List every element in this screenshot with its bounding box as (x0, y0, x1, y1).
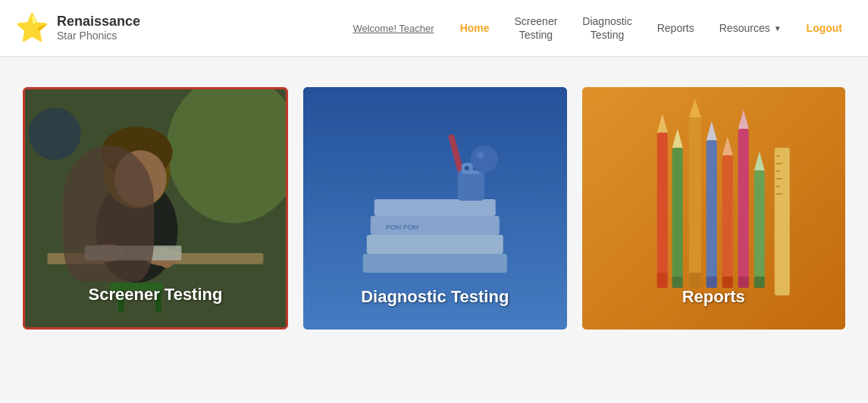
nav-home[interactable]: Home (450, 15, 500, 41)
svg-point-8 (89, 244, 126, 262)
logo-bottom: Star Phonics (57, 30, 140, 42)
card-diagnostic-testing[interactable]: POM POM Diagnostic Testing (303, 87, 567, 330)
cards-container: Screener Testing (23, 87, 845, 330)
logo-text: Renaissance Star Phonics (57, 14, 140, 42)
card-screener-testing[interactable]: Screener Testing (23, 87, 288, 330)
card-diagnostic-label: Diagnostic Testing (303, 287, 567, 307)
card-screener-label: Screener Testing (25, 285, 286, 305)
nav-reports[interactable]: Reports (647, 15, 705, 41)
header: ⭐ Renaissance Star Phonics Welcome! Teac… (0, 0, 868, 57)
main-content: Screener Testing (0, 57, 868, 360)
nav-diagnostic-testing[interactable]: DiagnosticTesting (572, 8, 642, 48)
resources-label: Resources (719, 21, 770, 35)
main-nav: Welcome! Teacher Home ScreenerTesting Di… (353, 8, 853, 48)
resources-dropdown-icon: ▼ (774, 23, 782, 33)
logout-button[interactable]: Logout (796, 16, 853, 40)
logo-area: ⭐ Renaissance Star Phonics (15, 12, 140, 44)
nav-resources[interactable]: Resources ▼ (709, 15, 792, 41)
card-reports-label: Reports (582, 287, 846, 307)
star-icon: ⭐ (15, 12, 49, 44)
nav-screener-testing[interactable]: ScreenerTesting (504, 8, 569, 48)
card-reports[interactable]: Reports (582, 87, 846, 330)
welcome-link[interactable]: Welcome! Teacher (353, 23, 434, 34)
logo-top: Renaissance (57, 14, 140, 30)
